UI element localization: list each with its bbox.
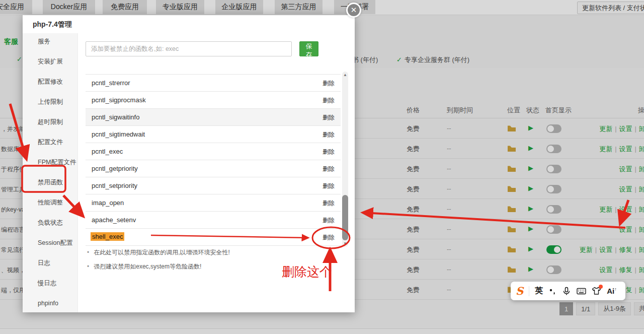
save-button[interactable]: 保存 [299, 41, 318, 56]
delete-function-link[interactable]: 删除 [323, 165, 335, 173]
delete-function-link[interactable]: 删除 [323, 79, 335, 88]
keyboard-icon[interactable] [577, 287, 586, 295]
modal-sidebar-item[interactable]: 超时限制 [23, 112, 77, 132]
delete-function-link[interactable]: 删除 [323, 233, 335, 242]
php-manage-dialog: php-7.4管理 服务安装扩展配置修改上传限制超时限制配置文件FPM配置文件禁… [23, 15, 355, 312]
add-function-input[interactable] [86, 41, 292, 56]
modal-content: 保存 pcntl_strerror 删除 pcntl_sigprocmask 删… [78, 33, 355, 312]
modal-sidebar-item[interactable]: 禁用函数 [23, 172, 77, 192]
function-name: pcntl_getpriority [92, 165, 138, 172]
modal-sidebar-item[interactable]: 上传限制 [23, 92, 77, 112]
disabled-function-row: apache_setenv 删除 [86, 212, 341, 229]
modal-sidebar-item[interactable]: 日志 [23, 253, 77, 273]
dialog-title: php-7.4管理 [23, 15, 355, 33]
disabled-function-row: pcntl_sigtimedwait 删除 [86, 126, 341, 143]
notification-dot [599, 285, 603, 289]
delete-function-link[interactable]: 删除 [323, 113, 335, 122]
delete-function-link[interactable]: 删除 [323, 130, 335, 139]
microphone-icon[interactable] [562, 287, 571, 296]
disabled-function-row: pcntl_sigwaitinfo 删除 [86, 109, 341, 126]
sogou-logo[interactable]: S [516, 285, 523, 297]
disabled-function-row: pcntl_strerror 删除 [86, 75, 341, 92]
delete-function-link[interactable]: 删除 [323, 182, 335, 190]
modal-sidebar-item[interactable]: 服务 [23, 31, 77, 51]
function-name: pcntl_strerror [92, 79, 130, 87]
disabled-function-row: shell_exec 删除 [86, 229, 341, 246]
function-name: pcntl_sigprocmask [92, 96, 146, 104]
ime-punctuation-icon[interactable] [548, 287, 556, 295]
function-name: pcntl_sigwaitinfo [92, 113, 139, 121]
modal-sidebar-item[interactable]: 安装扩展 [23, 51, 77, 72]
ime-ai-button[interactable]: Ai↑ [607, 287, 617, 295]
modal-sidebar-item[interactable]: phpinfo [23, 293, 77, 313]
delete-function-link[interactable]: 删除 [323, 148, 335, 156]
scrollbar-thumb[interactable] [342, 195, 348, 240]
modal-sidebar-item[interactable]: 负载状态 [23, 213, 77, 233]
disabled-function-row: imap_open 删除 [86, 194, 341, 212]
note-line: •在此处可以禁用指定函数的调用,以增强环境安全性! [87, 248, 230, 257]
delete-function-link[interactable]: 删除 [323, 216, 335, 225]
screen: 安全应用 Docker应用 免费应用 专业版应用 企业版应用 第三方应用 一键部… [0, 0, 644, 334]
modal-sidebar-item[interactable]: 性能调整 [23, 192, 77, 213]
function-name: imap_open [92, 199, 124, 207]
disabled-function-row: pcntl_getpriority 删除 [86, 160, 341, 177]
delete-function-link[interactable]: 删除 [323, 96, 335, 105]
modal-sidebar-item[interactable]: 配置文件 [23, 132, 77, 152]
note-line: •强烈建议禁用如exec,system等危险函数! [87, 262, 201, 271]
skin-icon[interactable] [592, 287, 601, 295]
function-name: pcntl_setpriority [92, 182, 137, 189]
function-name: apache_setenv [92, 216, 136, 224]
disabled-function-row: pcntl_exec 删除 [86, 143, 341, 160]
disabled-function-row: pcntl_setpriority 删除 [86, 177, 341, 194]
scroll-up-icon[interactable]: ▲ [342, 73, 348, 77]
scroll-down-icon[interactable]: ▼ [342, 241, 348, 246]
ime-lang-toggle[interactable]: 英 [535, 286, 543, 296]
function-name: pcntl_exec [92, 148, 123, 155]
function-name: shell_exec [91, 232, 124, 241]
disabled-function-row: pcntl_sigprocmask 删除 [86, 92, 341, 109]
modal-sidebar: 服务安装扩展配置修改上传限制超时限制配置文件FPM配置文件禁用函数性能调整负载状… [23, 33, 78, 312]
function-name: pcntl_sigtimedwait [92, 130, 145, 138]
close-icon[interactable]: ✕ [346, 3, 361, 18]
ime-divider [529, 286, 529, 296]
modal-sidebar-item[interactable]: 配置修改 [23, 72, 77, 92]
modal-sidebar-item[interactable]: 慢日志 [23, 273, 77, 293]
modal-sidebar-item[interactable]: Session配置 [23, 233, 77, 253]
scrollbar[interactable]: ▲ ▼ [342, 72, 348, 247]
modal-sidebar-item[interactable]: FPM配置文件 [23, 152, 77, 172]
delete-function-link[interactable]: 删除 [323, 199, 335, 208]
disabled-function-list: pcntl_strerror 删除 pcntl_sigprocmask 删除 p… [86, 74, 341, 246]
ime-toolbar: S 英 Ai↑ [511, 282, 625, 300]
